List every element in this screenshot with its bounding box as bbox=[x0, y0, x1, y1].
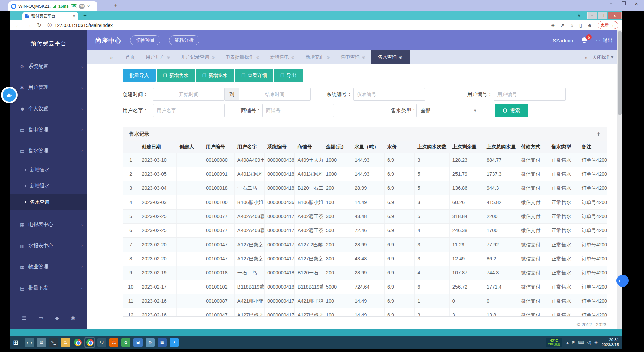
new-session-button[interactable]: + bbox=[114, 2, 118, 9]
新增退水-button[interactable]: ❐新增退水 bbox=[196, 69, 234, 82]
remote-session-tab[interactable]: WIN-OQMSK21... 16ms HD RU × bbox=[8, 1, 97, 11]
side-panel-icon[interactable]: ▯ bbox=[579, 23, 582, 28]
keyboard-icon[interactable]: ⌨ bbox=[578, 340, 584, 345]
bookmark-star-icon[interactable]: ☆ bbox=[570, 23, 574, 28]
sidebar-item-批量下发[interactable]: ▤ 批量下发 ‹ bbox=[10, 277, 87, 299]
tab-close-icon[interactable]: ⊗ bbox=[211, 55, 215, 60]
green-app-icon[interactable]: ✿ bbox=[121, 338, 130, 347]
sidebar-item-个人设置[interactable]: ☻ 个人设置 ‹ bbox=[10, 98, 87, 119]
zoom-icon[interactable]: ⊕ bbox=[551, 23, 555, 28]
tab-电表批量操作[interactable]: 电表批量操作⊗ bbox=[220, 54, 265, 60]
reload-icon[interactable]: ↻ bbox=[37, 22, 41, 28]
sidebar-item-用户管理[interactable]: ✱ 用户管理 ‹ bbox=[10, 77, 87, 98]
sidebar-item-物业管理[interactable]: ▦ 物业管理 ‹ bbox=[10, 256, 87, 277]
tab-首页[interactable]: 首页 bbox=[120, 54, 140, 60]
notification-bell-icon[interactable]: 5 bbox=[581, 37, 588, 44]
browser-close-button[interactable]: x bbox=[608, 12, 622, 19]
tab-用户开户[interactable]: 用户开户⊗ bbox=[140, 54, 175, 60]
新增售水-button[interactable]: ❐新增售水 bbox=[157, 69, 195, 82]
taskbar-clock[interactable]: 20:31 2023/3/15 bbox=[602, 337, 619, 347]
collapse-up-icon[interactable]: ⬆ bbox=[596, 131, 601, 137]
sidebar-item-水报表中心[interactable]: ▥ 水报表中心 ‹ bbox=[10, 235, 87, 256]
tab-close-icon[interactable]: ⊗ bbox=[291, 55, 295, 60]
lock-icon[interactable]: ◆ bbox=[55, 315, 59, 321]
energy-analysis-button[interactable]: 能耗分析 bbox=[169, 35, 199, 45]
address-bar[interactable]: 127.0.0.1:10315/Main/Index bbox=[54, 23, 113, 28]
shop-no-input[interactable] bbox=[262, 104, 334, 117]
table-row[interactable]: 62023-02-2500100077A402A403霸0000000417A4… bbox=[123, 223, 607, 237]
power-icon[interactable]: ◉ bbox=[71, 315, 75, 321]
table-row[interactable]: 92023-02-1900100018一石二鸟0000000418B120一石二… bbox=[123, 266, 607, 280]
back-icon[interactable]: ← bbox=[15, 22, 21, 28]
tab-售水查询[interactable]: 售水查询⊗ bbox=[371, 50, 410, 64]
remote-float-ball[interactable] bbox=[1, 87, 18, 103]
sidebar-item-电报表中心[interactable]: ▦ 电报表中心 ‹ bbox=[10, 214, 87, 235]
site-info-icon[interactable]: ⓘ bbox=[47, 22, 52, 28]
tab-close-icon[interactable]: ⊗ bbox=[256, 55, 259, 60]
explorer-icon[interactable]: 🗀 bbox=[61, 338, 70, 347]
table-row[interactable]: 42023-03-0300100100B106滕小姐0000000436B106… bbox=[123, 195, 607, 209]
pin-icon[interactable]: ⚑ bbox=[571, 340, 575, 345]
session-close-icon[interactable]: × bbox=[87, 4, 90, 9]
share-icon[interactable]: ↗ bbox=[560, 23, 565, 28]
outer-minimize-button[interactable]: − bbox=[610, 1, 613, 7]
table-row[interactable]: 52023-02-2500100077A402A403霸0000000417A4… bbox=[123, 209, 607, 223]
start-button[interactable]: ⊞ bbox=[10, 336, 21, 349]
tab-close-icon[interactable]: ⊗ bbox=[362, 55, 365, 60]
settings-icon[interactable]: ⚙ bbox=[146, 338, 155, 347]
menu-icon[interactable]: ☰ bbox=[22, 315, 26, 321]
profile-icon[interactable]: ☻ bbox=[587, 23, 592, 28]
logout-button[interactable]: ⇨ 退出 bbox=[596, 37, 613, 44]
tab-新增售电[interactable]: 新增售电⊗ bbox=[265, 54, 300, 60]
browser-new-tab-button[interactable]: + bbox=[83, 12, 87, 19]
sidebar-subitem-新增售水[interactable]: 新增售水 bbox=[10, 162, 87, 178]
terminal-icon[interactable]: >_ bbox=[49, 338, 58, 347]
start-time-input[interactable] bbox=[153, 88, 225, 101]
menu-dots-icon[interactable]: ⋮ bbox=[611, 23, 615, 28]
up-arrow-icon[interactable]: ▴ bbox=[566, 340, 568, 345]
browser-restore-button[interactable]: ❐ bbox=[598, 12, 607, 19]
system-no-input[interactable] bbox=[353, 88, 425, 101]
查看详细-button[interactable]: ❐查看详细 bbox=[235, 69, 273, 82]
todesk-icon[interactable]: ✈ bbox=[170, 338, 179, 347]
chrome-active-icon[interactable] bbox=[85, 338, 94, 347]
table-row[interactable]: 32023-03-0400100018一石二鸟0000000418B120一石二… bbox=[123, 181, 607, 195]
sidebar-item-售水管理[interactable]: ▤ 售水管理 ‹ bbox=[10, 140, 87, 162]
search-button[interactable]: 搜索 bbox=[495, 104, 528, 117]
browser-tab-close-icon[interactable]: x bbox=[73, 14, 75, 18]
cpu-temp-widget[interactable]: 43℃ CPU温度 bbox=[546, 338, 562, 347]
browser-tab[interactable]: 预付费云平台 x bbox=[22, 12, 78, 20]
sale-type-select[interactable]: 全部 ▼ bbox=[416, 104, 481, 117]
titlebar-chevron-icon[interactable]: ∨ bbox=[577, 13, 581, 18]
blue-grid-icon[interactable]: ▦ bbox=[158, 338, 167, 347]
sidebar-item-售电管理[interactable]: ▤ 售电管理 ‹ bbox=[10, 119, 87, 140]
end-time-input[interactable] bbox=[239, 88, 311, 101]
collapse-side-button[interactable]: ‹ bbox=[616, 275, 629, 287]
tabs-scroll-left-icon[interactable]: « bbox=[87, 55, 120, 60]
tab-close-icon[interactable]: ⊗ bbox=[399, 55, 402, 60]
forward-icon[interactable]: → bbox=[26, 22, 32, 28]
tab-close-icon[interactable]: ⊗ bbox=[167, 55, 170, 60]
outer-restore-button[interactable]: ❐ bbox=[622, 1, 626, 7]
switch-project-button[interactable]: 切换项目 bbox=[130, 35, 160, 45]
导出-button[interactable]: ❐导出 bbox=[274, 69, 303, 82]
sidebar-subitem-新增退水[interactable]: 新增退水 bbox=[10, 178, 87, 194]
volume-icon[interactable]: ◁) bbox=[587, 340, 591, 345]
security-icon[interactable]: ✚ bbox=[594, 340, 598, 345]
chrome-update-button[interactable]: 更新 ⋮ bbox=[598, 21, 619, 29]
firefox-icon[interactable]: 🦊 bbox=[109, 338, 118, 347]
outer-close-button[interactable]: × bbox=[635, 1, 638, 7]
chrome-icon[interactable] bbox=[73, 338, 82, 347]
table-row[interactable]: 122023-02-1600100047A127巴黎之0000000417A12… bbox=[123, 308, 607, 317]
monitor-icon[interactable]: ▭ bbox=[39, 315, 43, 321]
table-row[interactable]: 72023-02-2000100047A127巴黎之0000000417A127… bbox=[123, 237, 607, 252]
tab-close-icon[interactable]: ⊗ bbox=[327, 55, 330, 60]
tab-售电查询[interactable]: 售电查询⊗ bbox=[335, 54, 371, 60]
table-row[interactable]: 112023-02-1600100087A421椰小菲0000000417A42… bbox=[123, 294, 607, 308]
table-row[interactable]: 12023-03-1000100080A408A409土0000000436A4… bbox=[123, 153, 607, 167]
devices-icon[interactable]: 🖶 bbox=[37, 338, 46, 347]
table-row[interactable]: 82023-02-2000100047A127巴黎之0000000417A127… bbox=[123, 252, 607, 266]
批量导入-button[interactable]: 批量导入 bbox=[123, 69, 156, 82]
blue-app-icon[interactable]: ▣ bbox=[133, 338, 143, 347]
messenger-icon[interactable]: 🗨 bbox=[97, 338, 106, 347]
